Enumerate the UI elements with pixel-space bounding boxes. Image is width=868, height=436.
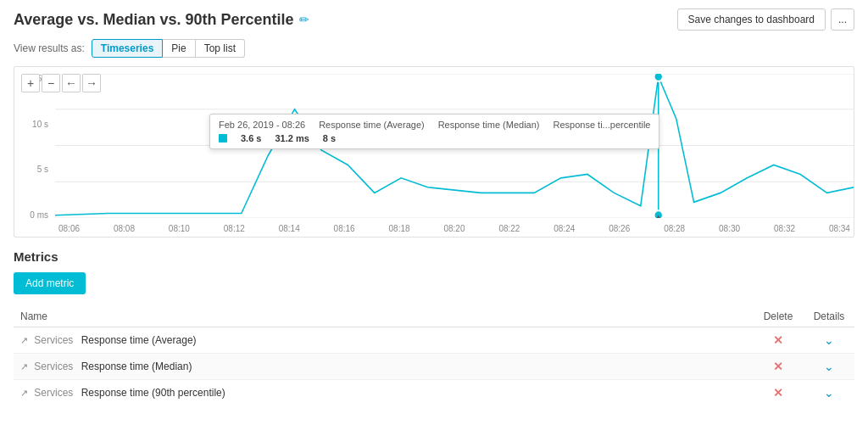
trend-icon: ↗ — [20, 335, 28, 345]
metric-name-cell: ↗ Services Response time (Median) — [14, 354, 753, 380]
view-results-label: View results as: — [14, 42, 85, 54]
tab-toplist[interactable]: Top list — [196, 39, 245, 58]
tab-timeseries[interactable]: Timeseries — [92, 39, 164, 58]
delete-icon[interactable]: ✕ — [773, 333, 783, 347]
chevron-down-icon[interactable]: ⌄ — [824, 360, 834, 373]
metrics-table-header: Name Delete Details — [14, 306, 854, 327]
metric-details-cell[interactable]: ⌄ — [804, 354, 854, 380]
metrics-table: Name Delete Details ↗ Services Response … — [14, 306, 854, 405]
col-delete-header: Delete — [753, 306, 804, 327]
x-axis-labels: 08:06 08:08 08:10 08:12 08:14 08:16 08:1… — [55, 224, 854, 233]
x-label-0826: 08:26 — [609, 224, 630, 233]
tooltip-val2: 31.2 ms — [275, 133, 309, 143]
tooltip-val3: 8 s — [323, 133, 336, 143]
metric-source: Services — [34, 361, 73, 372]
view-bar: View results as: Timeseries Pie Top list — [0, 36, 868, 66]
view-tabs: Timeseries Pie Top list — [92, 39, 245, 58]
metric-delete-cell[interactable]: ✕ — [753, 354, 804, 380]
more-options-button[interactable]: ... — [831, 8, 854, 31]
tooltip-col2-header: Response time (Median) — [438, 120, 540, 130]
trend-icon: ↗ — [20, 361, 28, 372]
metric-name: Response time (90th percentile) — [81, 387, 225, 399]
x-label-0820: 08:20 — [443, 224, 465, 233]
x-label-0830: 08:30 — [719, 224, 740, 233]
header-actions: Save changes to dashboard ... — [677, 8, 854, 31]
x-label-0816: 08:16 — [334, 224, 355, 233]
table-row: ↗ Services Response time (90th percentil… — [14, 380, 854, 406]
add-metric-button[interactable]: Add metric — [14, 272, 86, 294]
tooltip-values: 3.6 s 31.2 ms 8 s — [219, 133, 650, 143]
save-dashboard-button[interactable]: Save changes to dashboard — [677, 8, 826, 31]
delete-icon[interactable]: ✕ — [773, 360, 783, 373]
x-label-0810: 08:10 — [169, 224, 190, 233]
delete-icon[interactable]: ✕ — [773, 386, 783, 400]
chevron-down-icon[interactable]: ⌄ — [824, 386, 834, 400]
x-label-0814: 08:14 — [279, 224, 300, 233]
metric-delete-cell[interactable]: ✕ — [753, 327, 804, 354]
page-title: Average vs. Median vs. 90th Percentile — [14, 11, 294, 29]
tooltip-val1: 3.6 s — [241, 133, 261, 143]
metric-source: Services — [34, 334, 73, 346]
col-name-header: Name — [14, 306, 753, 327]
chart-area[interactable]: 15 s 10 s 5 s 0 ms 08:06 — [14, 67, 854, 237]
chart-container: + − ← → 15 s 10 s 5 s 0 ms — [14, 66, 854, 238]
x-label-0824: 08:24 — [554, 224, 575, 233]
table-row: ↗ Services Response time (Average) ✕ ⌄ — [14, 327, 854, 354]
chart-tooltip: Feb 26, 2019 - 08:26 Response time (Aver… — [209, 114, 659, 149]
table-row: ↗ Services Response time (Median) ✕ ⌄ — [14, 354, 854, 380]
header: Average vs. Median vs. 90th Percentile ✏… — [0, 0, 868, 36]
metric-details-cell[interactable]: ⌄ — [804, 327, 854, 354]
tooltip-swatch — [219, 134, 227, 143]
pan-right-button[interactable]: → — [82, 74, 101, 92]
x-label-0828: 08:28 — [664, 224, 685, 233]
pan-left-button[interactable]: ← — [62, 74, 81, 92]
metric-source: Services — [34, 387, 73, 399]
metric-name-cell: ↗ Services Response time (Average) — [14, 327, 753, 354]
metrics-section: Metrics Add metric Name Delete Details ↗… — [0, 238, 868, 405]
trend-icon: ↗ — [20, 388, 28, 398]
x-label-0808: 08:08 — [114, 224, 135, 233]
metric-name-cell: ↗ Services Response time (90th percentil… — [14, 380, 753, 406]
y-label-0ms: 0 ms — [30, 210, 48, 220]
metric-name: Response time (Average) — [81, 334, 197, 346]
tooltip-col1-header: Response time (Average) — [319, 120, 425, 130]
svg-point-6 — [654, 74, 663, 81]
y-label-10s: 10 s — [32, 120, 48, 129]
edit-icon[interactable]: ✏ — [299, 13, 309, 26]
x-label-0822: 08:22 — [498, 224, 520, 233]
title-area: Average vs. Median vs. 90th Percentile ✏ — [14, 11, 309, 29]
x-label-0812: 08:12 — [224, 224, 245, 233]
y-label-5s: 5 s — [37, 165, 48, 174]
chart-toolbar: + − ← → — [21, 74, 101, 92]
tooltip-col3-header: Response ti...percentile — [554, 120, 651, 130]
tooltip-date: Feb 26, 2019 - 08:26 — [219, 120, 305, 130]
metric-details-cell[interactable]: ⌄ — [804, 380, 854, 406]
zoom-out-button[interactable]: − — [42, 74, 60, 92]
tab-pie[interactable]: Pie — [163, 39, 195, 58]
x-label-0834: 08:34 — [829, 224, 850, 233]
tooltip-header: Feb 26, 2019 - 08:26 Response time (Aver… — [219, 120, 650, 130]
x-label-0806: 08:06 — [58, 224, 80, 233]
zoom-in-button[interactable]: + — [21, 74, 40, 92]
col-details-header: Details — [804, 306, 854, 327]
metric-name: Response time (Median) — [81, 361, 192, 372]
metric-delete-cell[interactable]: ✕ — [753, 380, 804, 406]
chevron-down-icon[interactable]: ⌄ — [824, 333, 834, 347]
y-axis-labels: 15 s 10 s 5 s 0 ms — [14, 74, 52, 220]
x-label-0832: 08:32 — [774, 224, 795, 233]
x-label-0818: 08:18 — [389, 224, 410, 233]
metrics-title: Metrics — [14, 249, 854, 264]
